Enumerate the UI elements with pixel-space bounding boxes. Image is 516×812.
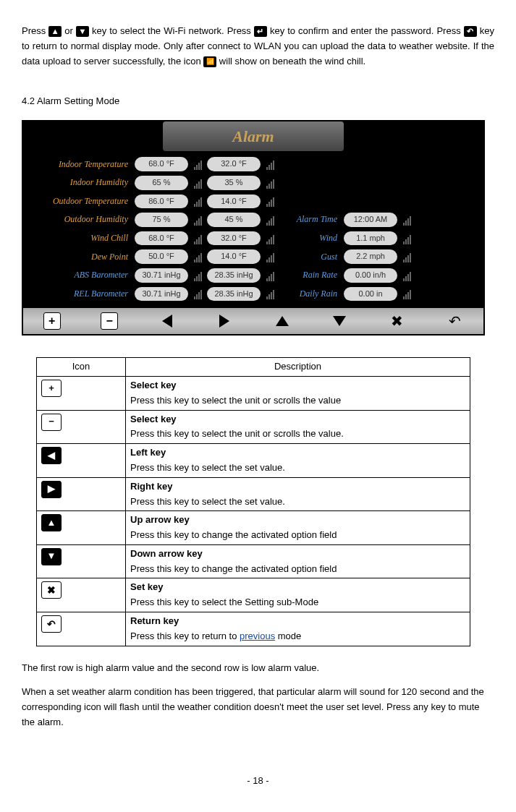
alarm-row: ABS Barometer30.71 inHg28.35 inHgRain Ra…	[30, 268, 476, 283]
return-icon: ↶	[464, 26, 477, 37]
row-title: Left key	[130, 447, 166, 458]
section-heading: 4.2 Alarm Setting Mode	[22, 94, 494, 109]
signal-icon	[264, 233, 276, 244]
row-icon-cell: +	[37, 376, 126, 410]
alarm-right-value[interactable]: 1.1 mph	[344, 231, 397, 246]
alarm-row: Outdoor Temperature86.0 °F14.0 °F	[30, 195, 476, 209]
row-link[interactable]: previous	[240, 631, 275, 641]
alarm-row: REL Barometer30.71 inHg28.35 inHgDaily R…	[30, 287, 476, 302]
alarm-screen: Alarm Indoor Temperature68.0 °F32.0 °FIn…	[22, 120, 485, 336]
up-button[interactable]	[274, 313, 291, 329]
alarm-row: Indoor Humidity65 %35 %	[30, 176, 476, 190]
alarm-right-value[interactable]: 0.00 in	[344, 287, 397, 302]
intro-t6: will show on beneath the wind chill.	[219, 56, 365, 67]
alarm-right-label: Gust	[287, 250, 340, 264]
alarm-low-value[interactable]: 45 %	[207, 213, 261, 227]
row-icon-cell: ▼	[37, 544, 126, 578]
alarm-high-value[interactable]: 75 %	[135, 213, 188, 227]
wifi-icon: 📶	[203, 56, 216, 67]
row-icon-cell: ▶	[37, 477, 126, 511]
row-title: Select key	[130, 380, 177, 390]
table-row: ▼Down arrow keyPress this key to change …	[37, 544, 470, 578]
right-button[interactable]	[216, 313, 233, 329]
alarm-row: Dew Point50.0 °F14.0 °FGust2.2 mph	[30, 249, 476, 264]
alarm-high-value[interactable]: 50.0 °F	[135, 249, 188, 264]
alarm-row: Outdoor Humidity75 %45 %Alarm Time12:00 …	[30, 213, 476, 227]
down-arrow-icon: ▼	[76, 26, 89, 37]
alarm-high-value[interactable]: 30.71 inHg	[135, 287, 188, 302]
alarm-low-value[interactable]: 35 %	[207, 176, 261, 190]
table-row: ↶Return keyPress this key to return to p…	[37, 612, 470, 646]
alarm-high-value[interactable]: 65 %	[135, 176, 188, 190]
alarm-right-value[interactable]: 2.2 mph	[344, 249, 397, 264]
alarm-right-label: Rain Rate	[287, 268, 340, 282]
alarm-label: Wind Chill	[30, 231, 131, 245]
alarm-right-label: Wind	[287, 231, 340, 245]
up-arrow-icon: ▲	[48, 26, 62, 37]
signal-icon	[401, 214, 413, 226]
alarm-label: Indoor Humidity	[30, 176, 131, 189]
left-button[interactable]	[158, 313, 176, 329]
alarm-right-label: Alarm Time	[287, 213, 340, 226]
signal-icon	[192, 214, 203, 226]
alarm-label: Dew Point	[30, 250, 131, 264]
alarm-low-value[interactable]: 28.35 inHg	[207, 268, 261, 283]
intro-t2: or	[64, 25, 76, 36]
minus-button[interactable]: −	[101, 313, 118, 329]
row-icon-cell: −	[37, 410, 126, 444]
alarm-right-value[interactable]: 0.00 in/h	[344, 268, 397, 283]
settings-button[interactable]: ✖	[389, 313, 406, 329]
down-button[interactable]	[331, 313, 348, 329]
alarm-low-value[interactable]: 14.0 °F	[207, 195, 261, 209]
plus-button[interactable]: +	[43, 313, 61, 329]
signal-icon	[264, 177, 276, 189]
row-text: Press this key to select the set value.	[130, 496, 285, 507]
intro-t4: key to confirm and enter the password. P…	[270, 25, 464, 36]
alarm-high-value[interactable]: 86.0 °F	[135, 195, 188, 209]
alarm-label: Indoor Temperature	[30, 158, 131, 171]
alarm-low-value[interactable]: 28.35 inHg	[207, 287, 261, 302]
icon-description-table: Icon Description +Select keyPress this k…	[36, 357, 470, 646]
alarm-high-value[interactable]: 68.0 °F	[135, 157, 188, 171]
alarm-high-value[interactable]: 68.0 °F	[135, 231, 188, 246]
alarm-right-label: Daily Rain	[287, 287, 340, 301]
intro-t1: Press	[22, 25, 48, 36]
alarm-low-value[interactable]: 32.0 °F	[207, 157, 261, 171]
row-title: Down arrow key	[130, 548, 203, 559]
row-text: Press this key to change the activated o…	[130, 529, 337, 540]
row-title: Right key	[130, 481, 173, 492]
signal-icon	[192, 270, 203, 281]
alarm-label: Outdoor Temperature	[30, 195, 131, 208]
table-head-icon: Icon	[37, 358, 126, 377]
alarm-title: Alarm	[163, 121, 344, 151]
signal-icon	[401, 288, 413, 299]
alarm-right-value[interactable]: 12:00 AM	[344, 213, 397, 227]
signal-icon	[401, 233, 413, 244]
row-desc-cell: Select keyPress this key to select the u…	[126, 410, 470, 444]
row-desc-cell: Down arrow keyPress this key to change t…	[126, 544, 470, 578]
alarm-high-value[interactable]: 30.71 inHg	[135, 268, 188, 283]
signal-icon	[192, 177, 203, 189]
signal-icon	[192, 195, 203, 207]
bottom-toolbar: + − ✖ ↶	[23, 308, 483, 334]
alarm-low-value[interactable]: 32.0 °F	[207, 231, 261, 246]
table-row: ▲Up arrow keyPress this key to change th…	[37, 511, 470, 545]
return-button[interactable]: ↶	[446, 313, 463, 329]
intro-paragraph: Press ▲ or ▼ key to select the Wi-Fi net…	[22, 24, 494, 69]
signal-icon	[264, 214, 276, 226]
signal-icon	[264, 195, 276, 207]
row-desc-cell: Up arrow keyPress this key to change the…	[126, 511, 470, 545]
row-desc-cell: Right keyPress this key to select the se…	[126, 477, 470, 511]
row-title: Up arrow key	[130, 514, 190, 525]
row-text: Press this key to select the unit or scr…	[130, 428, 344, 439]
alarm-row: Indoor Temperature68.0 °F32.0 °F	[30, 157, 476, 171]
signal-icon	[264, 251, 276, 262]
row-icon-cell: ▲	[37, 511, 126, 545]
signal-icon	[264, 270, 276, 281]
alarm-low-value[interactable]: 14.0 °F	[207, 249, 261, 264]
alarm-label: ABS Barometer	[30, 268, 131, 282]
signal-icon	[192, 158, 203, 170]
signal-icon	[264, 158, 276, 170]
row-title: Set key	[130, 581, 164, 592]
alarm-label: Outdoor Humidity	[30, 213, 131, 226]
